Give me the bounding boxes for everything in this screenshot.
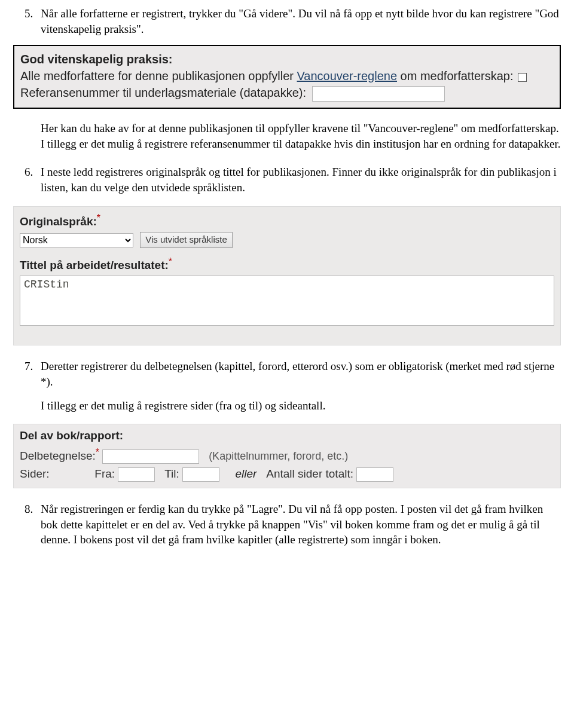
original-language-label: Originalspråk:*: [20, 215, 100, 228]
step-5-text: Når alle forfatterne er registrert, tryk…: [41, 6, 561, 36]
instruction-list: Når alle forfatterne er registrert, tryk…: [13, 6, 561, 547]
sider-label: Sider:: [20, 466, 91, 482]
good-practice-title: God vitenskapelig praksis:: [20, 51, 554, 68]
required-star: *: [169, 256, 172, 267]
total-pages-label: Antall sider totalt:: [266, 466, 353, 482]
step-7: Deretter registrerer du delbetegnelsen (…: [36, 359, 561, 488]
language-select[interactable]: Norsk: [20, 233, 133, 247]
step-7-text-2: I tillegg er det mulig å registrere side…: [41, 398, 561, 414]
or-label: eller: [236, 467, 257, 480]
delbetegnelse-hint: (Kapittelnummer, forord, etc.): [209, 450, 348, 462]
step-5: Når alle forfatterne er registrert, tryk…: [36, 6, 561, 151]
gp-line2-label: Referansenummer til underlagsmateriale (…: [20, 86, 306, 99]
show-extended-language-button[interactable]: Vis utvidet språkliste: [140, 232, 232, 247]
page-to-input[interactable]: [182, 467, 219, 482]
good-practice-line-2: Referansenummer til underlagsmateriale (…: [20, 84, 554, 102]
work-title-row: Tittel på arbeidet/resultatet:*: [20, 255, 554, 273]
gp-line1-pre: Alle medforfattere for denne publikasjon…: [20, 69, 297, 82]
delbetegnelse-label: Delbetegnelse:*: [20, 446, 99, 464]
step-8-text: Når registreringen er ferdig kan du tryk…: [41, 501, 561, 547]
work-title-input[interactable]: [20, 276, 554, 326]
til-label: Til:: [164, 466, 179, 482]
fra-label: Fra:: [94, 466, 115, 482]
delbetegnelse-input[interactable]: [102, 449, 199, 464]
required-star: *: [97, 213, 100, 223]
pages-row: Sider: Fra: Til: eller Antall sider tota…: [20, 466, 554, 482]
step-5-followup: Her kan du hake av for at denne publikas…: [41, 121, 561, 151]
part-of-book-form: Del av bok/rapport: Delbetegnelse:* (Kap…: [13, 424, 561, 488]
language-title-form: Originalspråk:* Norsk Vis utvidet språkl…: [13, 206, 561, 346]
total-pages-input[interactable]: [356, 467, 393, 482]
language-controls: Norsk Vis utvidet språkliste: [20, 232, 554, 248]
vancouver-link[interactable]: Vancouver-reglene: [297, 69, 398, 82]
good-practice-line-1: Alle medforfattere for denne publikasjon…: [20, 68, 554, 84]
work-title-input-row: [20, 276, 554, 330]
step-6-text: I neste ledd registreres originalspråk o…: [41, 164, 561, 195]
step-7-text-1: Deretter registrerer du delbetegnelsen (…: [41, 359, 561, 389]
datapack-reference-input[interactable]: [312, 86, 445, 102]
original-language-row: Originalspråk:*: [20, 212, 554, 230]
good-practice-box: God vitenskapelig praksis: Alle medforfa…: [13, 45, 561, 109]
step-6: I neste ledd registreres originalspråk o…: [36, 164, 561, 345]
work-title-label: Tittel på arbeidet/resultatet:*: [20, 259, 172, 271]
gp-line1-post: om medforfatterskap:: [397, 69, 514, 82]
step-8: Når registreringen er ferdig kan du tryk…: [36, 501, 561, 547]
part-of-book-heading: Del av bok/rapport:: [20, 428, 554, 443]
page-from-input[interactable]: [118, 467, 155, 482]
required-star: *: [96, 447, 99, 457]
delbetegnelse-row: Delbetegnelse:* (Kapittelnummer, forord,…: [20, 446, 554, 464]
coauthor-checkbox[interactable]: [518, 73, 527, 82]
